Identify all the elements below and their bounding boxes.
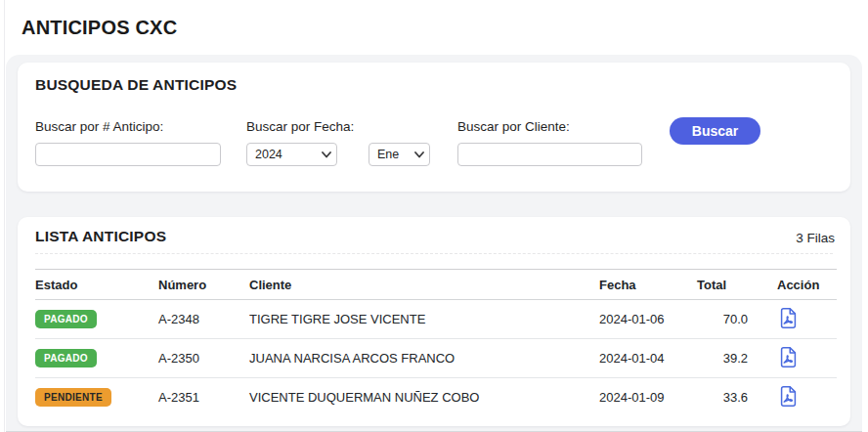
year-select-wrap: 2024 — [246, 143, 337, 166]
numero-cell: A-2351 — [158, 378, 249, 417]
cliente-cell: JUANA NARCISA ARCOS FRANCO — [249, 339, 599, 378]
status-badge: PAGADO — [35, 349, 97, 367]
pdf-action-button[interactable] — [777, 307, 800, 329]
content-panel: BUSQUEDA DE ANTICIPOS Buscar por # Antic… — [6, 55, 862, 432]
window-edge-line — [4, 0, 5, 432]
pdf-file-icon — [777, 307, 800, 329]
fecha-cell: 2024-01-06 — [599, 300, 697, 339]
cliente-cell: VICENTE DUQUERMAN NUÑEZ COBO — [249, 378, 599, 417]
table-row: PAGADO A-2348 TIGRE TIGRE JOSE VICENTE 2… — [35, 300, 837, 339]
pdf-file-icon — [777, 346, 800, 368]
table-row: PENDIENTE A-2351 VICENTE DUQUERMAN NUÑEZ… — [35, 378, 837, 417]
column-header-cliente: Cliente — [249, 270, 599, 300]
anticipo-label: Buscar por # Anticipo: — [35, 119, 163, 134]
cliente-input[interactable] — [457, 143, 642, 166]
page-title: ANTICIPOS CXC — [22, 17, 177, 39]
column-header-total: Total — [697, 270, 752, 300]
table-header-row: Estado Número Cliente Fecha Total Acción — [35, 270, 837, 300]
row-count-label: 3 Filas — [796, 231, 835, 245]
table-row: PAGADO A-2350 JUANA NARCISA ARCOS FRANCO… — [35, 339, 837, 378]
month-select[interactable]: Ene — [369, 143, 430, 166]
fecha-cell: 2024-01-04 — [599, 339, 697, 378]
cliente-cell: TIGRE TIGRE JOSE VICENTE — [249, 300, 599, 339]
pdf-file-icon — [777, 385, 800, 408]
search-card: BUSQUEDA DE ANTICIPOS Buscar por # Antic… — [18, 63, 850, 192]
anticipos-table: Estado Número Cliente Fecha Total Acción… — [35, 269, 837, 417]
search-section-title: BUSQUEDA DE ANTICIPOS — [35, 76, 237, 94]
cliente-label: Buscar por Cliente: — [457, 119, 570, 134]
numero-cell: A-2350 — [158, 339, 249, 378]
status-badge: PAGADO — [35, 310, 97, 328]
list-section-title: LISTA ANTICIPOS — [35, 228, 166, 245]
column-header-estado: Estado — [35, 270, 158, 300]
status-badge: PENDIENTE — [35, 388, 111, 407]
total-cell: 33.6 — [697, 378, 752, 417]
column-header-fecha: Fecha — [599, 270, 697, 300]
pdf-action-button[interactable] — [777, 346, 800, 368]
pdf-action-button[interactable] — [777, 385, 800, 408]
fecha-cell: 2024-01-09 — [599, 378, 697, 417]
column-header-numero: Número — [158, 270, 249, 300]
divider — [35, 253, 833, 254]
buscar-button[interactable]: Buscar — [670, 117, 760, 145]
list-card: LISTA ANTICIPOS 3 Filas Estado Número Cl… — [18, 217, 850, 426]
total-cell: 70.0 — [697, 300, 752, 339]
year-select[interactable]: 2024 — [246, 143, 337, 166]
total-cell: 39.2 — [697, 339, 752, 378]
numero-cell: A-2348 — [158, 300, 249, 339]
month-select-wrap: Ene — [369, 143, 430, 166]
column-header-accion: Acción — [752, 270, 837, 300]
anticipo-input[interactable] — [35, 143, 221, 166]
fecha-label: Buscar por Fecha: — [246, 119, 354, 134]
